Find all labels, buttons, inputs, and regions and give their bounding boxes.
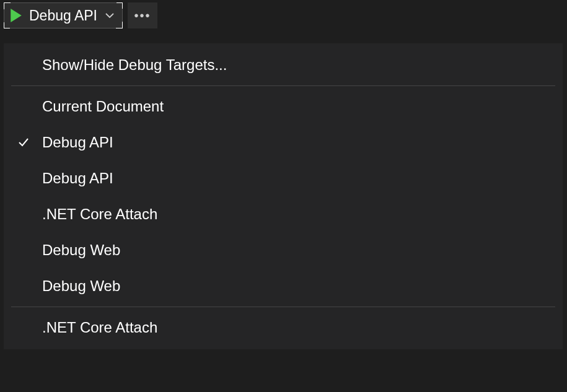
- menu-item-label: Current Document: [42, 98, 164, 115]
- debug-start-button[interactable]: Debug API: [4, 2, 123, 28]
- menu-item-label: .NET Core Attach: [42, 319, 157, 336]
- chevron-down-icon: [103, 9, 116, 22]
- menu-item-label: .NET Core Attach: [42, 206, 157, 223]
- menu-item-show-hide-targets[interactable]: Show/Hide Debug Targets...: [4, 47, 563, 83]
- menu-item-debug-web-2[interactable]: Debug Web: [4, 268, 563, 304]
- menu-item-debug-api[interactable]: Debug API: [4, 124, 563, 160]
- menu-item-current-document[interactable]: Current Document: [4, 89, 563, 124]
- menu-item-label: Debug Web: [42, 277, 120, 295]
- menu-item-net-core-attach[interactable]: .NET Core Attach: [4, 196, 563, 232]
- menu-item-label: Debug API: [42, 134, 113, 151]
- menu-item-debug-web[interactable]: Debug Web: [4, 232, 563, 268]
- menu-separator: [11, 307, 555, 307]
- menu-item-label: Debug Web: [42, 242, 120, 259]
- more-options-button[interactable]: •••: [128, 2, 157, 28]
- debug-target-label: Debug API: [29, 7, 97, 24]
- debug-toolbar: Debug API •••: [0, 0, 567, 31]
- ellipsis-icon: •••: [134, 9, 151, 23]
- debug-targets-menu: Show/Hide Debug Targets... Current Docum…: [4, 43, 563, 349]
- menu-item-label: Debug API: [42, 170, 113, 187]
- menu-item-debug-api-2[interactable]: Debug API: [4, 160, 563, 196]
- menu-item-label: Show/Hide Debug Targets...: [42, 56, 227, 74]
- play-icon: [9, 8, 23, 23]
- check-icon: [17, 136, 30, 149]
- menu-item-net-core-attach-2[interactable]: .NET Core Attach: [4, 310, 563, 346]
- menu-separator: [11, 85, 555, 86]
